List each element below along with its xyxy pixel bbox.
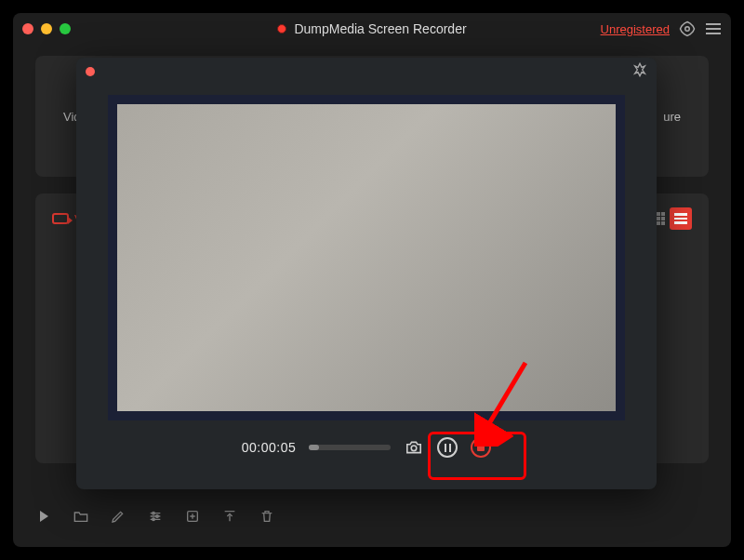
play-icon — [40, 511, 48, 522]
close-window-button[interactable] — [22, 23, 33, 34]
stop-icon — [477, 444, 485, 451]
settings-button[interactable] — [679, 20, 696, 37]
svg-point-5 — [153, 512, 155, 514]
mode-capture-label-partial: ure — [663, 110, 681, 124]
play-button[interactable] — [35, 508, 52, 525]
recording-overlay-window: 00:00:05 — [76, 58, 657, 489]
svg-point-7 — [153, 518, 155, 521]
titlebar: DumpMedia Screen Recorder Unregistered — [13, 13, 731, 45]
pause-icon — [445, 444, 447, 452]
registration-link[interactable]: Unregistered — [601, 22, 670, 36]
list-view-button[interactable] — [670, 207, 692, 230]
camera-icon — [52, 213, 69, 224]
svg-point-6 — [156, 515, 159, 518]
trash-button[interactable] — [259, 508, 275, 525]
svg-point-1 — [685, 27, 690, 32]
adjust-button[interactable] — [147, 508, 164, 525]
pause-button[interactable] — [437, 437, 458, 458]
recording-preview — [108, 95, 625, 420]
svg-marker-0 — [681, 22, 695, 36]
menu-button[interactable] — [705, 20, 722, 37]
overlay-close-button[interactable] — [86, 67, 95, 76]
app-title: DumpMedia Screen Recorder — [294, 21, 466, 36]
mode-snapshot-capture[interactable]: ure — [663, 110, 681, 124]
timecode-label: 00:00:05 — [242, 440, 297, 455]
screenshot-button[interactable] — [404, 439, 424, 456]
stop-button[interactable] — [471, 437, 491, 458]
progress-bar[interactable] — [309, 445, 391, 450]
folder-button[interactable] — [73, 508, 89, 525]
recording-controls: 00:00:05 — [76, 420, 657, 458]
svg-point-11 — [411, 446, 417, 451]
traffic-lights — [22, 23, 71, 34]
upload-button[interactable] — [221, 508, 238, 525]
export-button[interactable] — [184, 508, 201, 525]
title-right: Unregistered — [601, 20, 722, 37]
recording-indicator-icon — [277, 24, 286, 33]
pin-button[interactable] — [632, 62, 647, 81]
bottom-toolbar — [35, 502, 709, 530]
minimize-window-button[interactable] — [41, 23, 52, 34]
maximize-window-button[interactable] — [60, 23, 71, 34]
overlay-header — [76, 58, 657, 86]
pause-icon — [449, 444, 452, 452]
list-icon — [674, 213, 687, 224]
edit-button[interactable] — [110, 508, 126, 525]
